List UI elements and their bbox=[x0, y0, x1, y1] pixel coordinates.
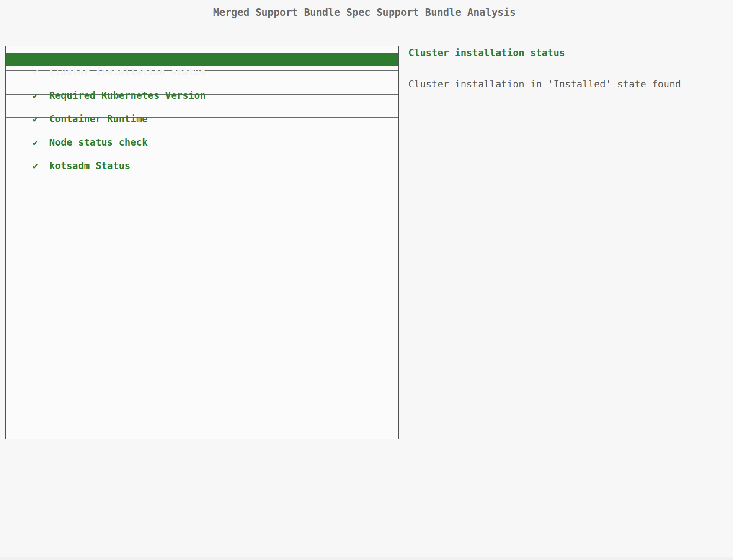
analyzer-list: ✔Cluster installation status ✔Required K… bbox=[5, 46, 399, 439]
analyzer-item-node-status-check[interactable]: ✔Node status check bbox=[6, 123, 398, 136]
analyzer-item-cluster-installation-status[interactable]: ✔Cluster installation status bbox=[6, 53, 398, 66]
analyzer-item-kotsadm-status[interactable]: ✔kotsadm Status bbox=[6, 147, 398, 159]
detail-panel: Cluster installation status Cluster inst… bbox=[408, 46, 727, 90]
check-icon: ✔ bbox=[32, 136, 49, 149]
analyzer-label: Required Kubernetes Version bbox=[49, 90, 206, 101]
detail-title: Cluster installation status bbox=[408, 46, 727, 59]
analyzer-label: kotsadm Status bbox=[49, 160, 130, 171]
analyzer-label: Node status check bbox=[49, 137, 147, 148]
analyzer-label: Container Runtime bbox=[49, 113, 147, 124]
check-icon: ✔ bbox=[32, 66, 49, 78]
check-icon: ✔ bbox=[32, 159, 49, 172]
bottom-edge-strip bbox=[0, 557, 733, 560]
analyzer-item-required-kubernetes-version[interactable]: ✔Required Kubernetes Version bbox=[6, 77, 398, 89]
analyzer-label: Cluster installation status bbox=[49, 67, 206, 77]
check-icon: ✔ bbox=[32, 89, 49, 102]
check-icon: ✔ bbox=[32, 113, 49, 125]
detail-message: Cluster installation in 'Installed' stat… bbox=[408, 78, 727, 90]
app-title: Merged Support Bundle Spec Support Bundl… bbox=[0, 5, 729, 20]
analyzer-item-container-runtime[interactable]: ✔Container Runtime bbox=[6, 100, 398, 113]
